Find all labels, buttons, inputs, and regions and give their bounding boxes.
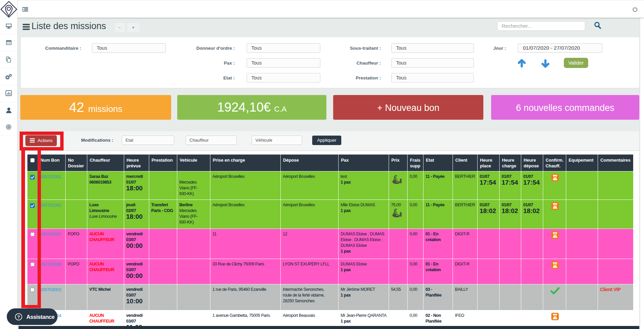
svg-text:?: ? <box>17 314 20 320</box>
